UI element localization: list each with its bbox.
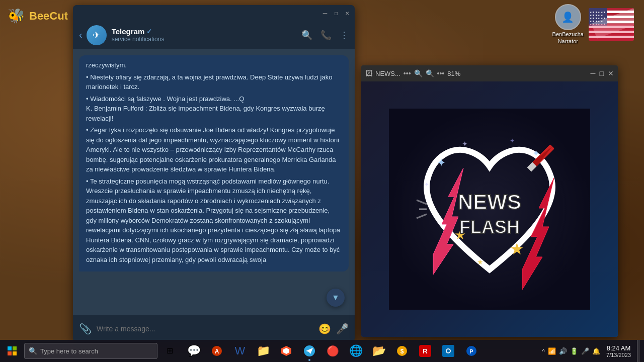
notification-icon[interactable]: 🔔 [592,347,600,355]
beecut-brand-name: BeeCut [29,10,68,23]
search-placeholder-text: Type here to search [40,347,98,355]
app1-icon: A [211,345,223,357]
taskbar-app-photos[interactable] [437,340,459,362]
files2-icon: 📂 [372,345,386,356]
svg-text:$: $ [400,348,404,355]
telegram-titlebar: ─ □ ✕ [73,5,355,21]
word-icon: W [235,345,246,356]
message-text-1: rzeczywistym. [86,60,342,70]
taskbar-app-1[interactable]: A [206,340,228,362]
user-name: BenBezucha [552,31,584,37]
taskbar-app-4[interactable]: R [414,340,436,362]
taskbar-app-2[interactable]: 🔴 [321,340,344,362]
search-icon: 🔍 [29,347,37,355]
speaker-icon[interactable]: 🔊 [559,347,567,355]
whatsapp-icon: 💬 [187,345,201,356]
clock-area[interactable]: 8:24 AM 7/13/2023 [602,344,635,358]
svg-text:P: P [469,348,473,354]
back-button[interactable]: ‹ [79,29,83,41]
taskbar-app-whatsapp[interactable]: 💬 [183,340,205,362]
more-button[interactable]: ⋮ [340,30,349,41]
news-content: ✦ ✦ ✦ ✦ ✦ ★ ★ ★ [361,81,618,337]
minimize-button[interactable]: ─ [321,10,329,17]
emoji-button[interactable]: 😊 [318,323,331,335]
news-flash-svg: ✦ ✦ ✦ ✦ ✦ ★ ★ ★ [389,109,590,310]
scroll-down-button[interactable]: ▼ [327,289,345,307]
channel-subtitle: service notifications [112,36,301,43]
svg-rect-34 [8,351,12,355]
news-titlebar: 🖼 NEWS... ••• 🔍 🔍 ••• 81% ─ □ ✕ [361,65,618,81]
news-more-button[interactable]: ••• [437,69,445,77]
attach-button[interactable]: 📎 [79,323,92,335]
search-zoom-out-icon[interactable]: 🔍 [414,69,423,77]
message-bubble: rzeczywistym. • Niestety ofiary się zdar… [79,55,349,272]
taskbar-app-browser[interactable]: 🌐 [345,340,367,362]
close-button[interactable]: ✕ [344,10,351,17]
svg-text:★: ★ [477,258,484,266]
svg-text:★: ★ [510,240,524,258]
channel-info: Telegram ✓ service notifications [112,27,301,43]
clock-date: 7/13/2023 [606,352,631,358]
news-window: 🖼 NEWS... ••• 🔍 🔍 ••• 81% ─ □ ✕ [361,65,618,337]
browser-icon: 🌐 [349,345,363,356]
taskbar-app-word[interactable]: W [229,340,251,362]
zoom-level: 81% [447,70,460,77]
active-indicator [308,359,310,361]
taskbar-app-files[interactable]: 📁 [252,340,274,362]
search-bar[interactable]: 🔍 Type here to search [24,343,157,359]
message-text-2: • Niestety ofiary się zdarzają, a ta woj… [86,72,342,92]
svg-rect-32 [8,346,12,350]
pdf-icon: 🖼 [365,69,372,77]
task-view-icon: ⊞ [167,347,173,355]
maximize-button[interactable]: □ [333,10,340,17]
search-button[interactable]: 🔍 [301,30,312,41]
user-subtitle: Narrator [558,38,578,44]
header-actions: 🔍 📞 ⋮ [301,30,349,41]
mic-button[interactable]: 🎤 [336,323,349,335]
wifi-icon[interactable]: 📶 [548,347,556,355]
news-maximize-button[interactable]: □ [600,69,604,77]
news-close-button[interactable]: ✕ [608,69,614,77]
news-options-button[interactable]: ••• [404,69,411,77]
news-minimize-button[interactable]: ─ [591,69,596,77]
tray-chevron-icon[interactable]: ^ [542,347,545,355]
app2-icon: 🔴 [327,346,339,356]
zoom-in-button[interactable]: 🔍 [426,69,434,77]
svg-text:R: R [423,347,428,355]
call-button[interactable]: 📞 [320,30,332,41]
svg-rect-14 [589,24,634,41]
user-icon[interactable]: 👤 BenBezucha Narrator [552,4,584,44]
photos-icon [442,345,454,357]
desktop: 🐝 BeeCut 👤 BenBezucha Narrator ★ ★ ★ ★ ★ [0,0,644,362]
svg-text:A: A [215,348,219,355]
show-desktop-button[interactable] [637,340,640,362]
taskbar-app-5[interactable]: P [460,340,482,362]
svg-text:✦: ✦ [510,137,515,144]
app4-icon: R [419,345,431,357]
taskbar-app-3[interactable]: $ [391,340,413,362]
message-text-4: • Zegar tyka i rozpoczęło się odsuwanie … [86,125,342,174]
task-view-button[interactable]: ⊞ [158,340,181,362]
message-input[interactable] [97,325,313,333]
system-tray: ^ 📶 🔊 🔋 🎤 🔔 [542,347,600,355]
news-flash-image: ✦ ✦ ✦ ✦ ✦ ★ ★ ★ [361,81,618,337]
svg-text:NEWS: NEWS [458,190,521,214]
beecut-bee-icon: 🐝 [8,8,25,24]
svg-point-47 [447,349,450,352]
message-text-5: • Te strategiczne posunięcia mogą wstrzą… [86,176,342,265]
mic-tray-icon[interactable]: 🎤 [581,347,589,355]
app5-icon: P [465,345,477,357]
telegram-plane-icon: ✈ [93,30,100,41]
start-button[interactable] [0,340,24,362]
messages-area[interactable]: rzeczywistym. • Niestety ofiary się zdar… [73,49,355,315]
beecut-logo: 🐝 BeeCut [8,8,68,24]
taskbar-app-telegram[interactable] [298,340,320,362]
battery-icon[interactable]: 🔋 [570,347,578,355]
taskbar: 🔍 Type here to search ⊞ 💬 A W [0,340,644,362]
news-tb-left: 🖼 NEWS... ••• 🔍 🔍 ••• 81% [365,69,584,77]
taskbar-app-brave[interactable] [275,340,297,362]
verified-badge-icon: ✓ [146,28,152,35]
desktop-icon-area: 👤 BenBezucha Narrator ★ ★ ★ ★ ★ ★ ★ ★ ★ … [552,4,634,44]
telegram-window: ─ □ ✕ ‹ ✈ Telegram ✓ service notificatio… [73,5,355,342]
taskbar-app-files2[interactable]: 📂 [368,340,390,362]
